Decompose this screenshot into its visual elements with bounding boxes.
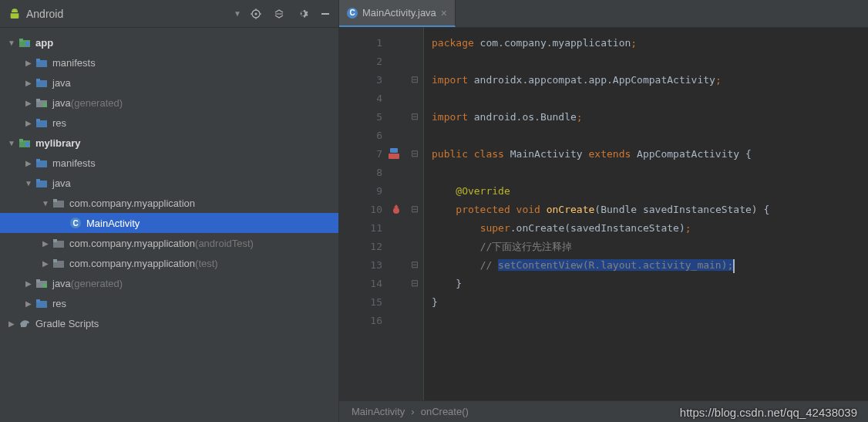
- line-number[interactable]: 7: [339, 145, 382, 164]
- line-number[interactable]: 10: [339, 201, 382, 219]
- code-area: 12345678910111213141516 ⊟ ⊟ ⊟ ⊟ ⊟ ⊟ pack…: [339, 28, 868, 400]
- tree-item-Gradle Scripts[interactable]: ▶Gradle Scripts: [0, 313, 338, 333]
- tab-mainactivity[interactable]: C MainActivity.java ×: [339, 0, 456, 27]
- line-number[interactable]: 5: [339, 108, 382, 127]
- tree-item-label: MainActivity: [86, 218, 140, 229]
- svg-rect-9: [36, 80, 47, 87]
- tree-item-suffix: (generated): [71, 278, 123, 289]
- tree-item-label: Gradle Scripts: [35, 318, 99, 329]
- tree-item-java[interactable]: ▼java: [0, 173, 338, 193]
- line-number[interactable]: 6: [339, 127, 382, 145]
- svg-point-12: [42, 103, 47, 107]
- minimize-icon[interactable]: [318, 7, 332, 21]
- line-number[interactable]: 4: [339, 89, 382, 108]
- fold-icon[interactable]: ⊟: [411, 111, 419, 122]
- expand-arrow-icon[interactable]: ▶: [42, 259, 49, 268]
- line-number[interactable]: 3: [339, 71, 382, 89]
- fold-icon[interactable]: ⊟: [411, 148, 419, 159]
- fold-icon[interactable]: ⊟: [411, 259, 419, 270]
- project-panel-title: Android: [26, 8, 234, 20]
- fold-icon[interactable]: ⊟: [411, 74, 419, 85]
- expand-arrow-icon[interactable]: ▶: [25, 119, 32, 127]
- gear-icon[interactable]: [295, 7, 309, 21]
- tree-item-label: java: [52, 77, 71, 89]
- tree-item-label: manifests: [52, 157, 96, 169]
- tree-item-java[interactable]: ▶java (generated): [0, 273, 338, 293]
- code-content[interactable]: package com.company.myapplication; impor…: [424, 28, 868, 400]
- expand-arrow-icon[interactable]: ▶: [8, 319, 15, 328]
- tree-item-label: res: [52, 298, 66, 309]
- folder-icon: [35, 76, 48, 89]
- tree-item-suffix: (test): [195, 258, 218, 269]
- line-number[interactable]: 13: [339, 256, 382, 275]
- tree-item-java[interactable]: ▶java: [0, 73, 338, 93]
- line-number[interactable]: 1: [339, 34, 382, 52]
- folder-gen-icon: [35, 96, 48, 109]
- tree-item-label: java: [52, 278, 71, 289]
- tree-item-res[interactable]: ▶res: [0, 113, 338, 133]
- tree-item-manifests[interactable]: ▶manifests: [0, 52, 338, 73]
- line-number[interactable]: 9: [339, 182, 382, 201]
- svg-rect-27: [53, 261, 64, 268]
- svg-rect-14: [36, 120, 47, 127]
- tree-item-label: java: [52, 177, 71, 189]
- folder-gen-icon: [35, 277, 48, 289]
- expand-arrow-icon[interactable]: ▼: [25, 179, 32, 187]
- tree-item-res[interactable]: ▶res: [0, 293, 338, 313]
- breadcrumb-class[interactable]: MainActivity: [352, 406, 405, 417]
- panel-actions: [249, 7, 332, 21]
- project-panel: Android ▼ ▼app▶manifests▶java▶java (gene…: [0, 0, 339, 422]
- line-number[interactable]: 8: [339, 164, 382, 182]
- expand-arrow-icon[interactable]: ▶: [25, 299, 32, 308]
- close-icon[interactable]: ×: [441, 7, 447, 19]
- tree-item-label: java: [52, 97, 71, 109]
- svg-rect-19: [36, 160, 47, 167]
- module-icon: [19, 137, 31, 149]
- tree-item-label: com.company.myapplication: [69, 238, 195, 249]
- expand-arrow-icon[interactable]: ▶: [42, 239, 49, 248]
- line-number[interactable]: 15: [339, 293, 382, 312]
- expand-arrow-icon[interactable]: ▶: [25, 279, 32, 288]
- dropdown-icon[interactable]: ▼: [234, 9, 241, 18]
- tree-item-label: com.company.myapplication: [69, 258, 195, 269]
- collapse-icon[interactable]: [272, 7, 286, 21]
- svg-point-30: [42, 283, 47, 288]
- line-number[interactable]: 11: [339, 219, 382, 238]
- tree-item-java[interactable]: ▶java (generated): [0, 93, 338, 113]
- line-number[interactable]: 12: [339, 238, 382, 256]
- tree-item-com-company-myapplication[interactable]: ▼com.company.myapplication: [0, 193, 338, 213]
- expand-arrow-icon[interactable]: ▼: [8, 139, 15, 147]
- expand-arrow-icon[interactable]: ▼: [42, 199, 49, 208]
- tree-item-MainActivity[interactable]: CMainActivity: [0, 213, 338, 233]
- annotation-gutter[interactable]: ⊟ ⊟ ⊟ ⊟ ⊟ ⊟: [387, 28, 424, 400]
- tree-item-manifests[interactable]: ▶manifests: [0, 153, 338, 173]
- folder-icon: [35, 157, 48, 169]
- expand-arrow-icon[interactable]: ▶: [25, 99, 32, 107]
- tree-item-suffix: (generated): [71, 97, 123, 109]
- tree-item-com-company-myapplication[interactable]: ▶com.company.myapplication (test): [0, 253, 338, 273]
- breadcrumb[interactable]: MainActivity › onCreate(): [339, 400, 868, 422]
- class-icon: C: [347, 8, 358, 19]
- target-icon[interactable]: [249, 7, 263, 21]
- tree-item-label: app: [35, 37, 53, 49]
- expand-arrow-icon[interactable]: ▶: [25, 59, 32, 67]
- expand-arrow-icon[interactable]: ▶: [25, 159, 32, 167]
- tree-item-app[interactable]: ▼app: [0, 32, 338, 52]
- breadcrumb-method[interactable]: onCreate(): [421, 406, 469, 417]
- line-number[interactable]: 2: [339, 52, 382, 71]
- svg-rect-5: [25, 42, 29, 46]
- line-number[interactable]: 16: [339, 312, 382, 330]
- expand-arrow-icon[interactable]: ▼: [8, 39, 15, 47]
- module-icon: [19, 36, 31, 49]
- tree-item-mylibrary[interactable]: ▼mylibrary: [0, 133, 338, 153]
- expand-arrow-icon[interactable]: ▶: [25, 79, 32, 87]
- line-number[interactable]: 14: [339, 275, 382, 293]
- tree-item-label: mylibrary: [35, 137, 81, 149]
- tree-item-com-company-myapplication[interactable]: ▶com.company.myapplication (androidTest): [0, 233, 338, 253]
- project-tree[interactable]: ▼app▶manifests▶java▶java (generated)▶res…: [0, 28, 338, 422]
- svg-rect-32: [36, 301, 47, 308]
- fold-icon[interactable]: ⊟: [411, 204, 419, 214]
- editor-pane: C MainActivity.java × 123456789101112131…: [339, 0, 868, 422]
- folder-icon: [35, 177, 48, 189]
- fold-end-icon[interactable]: ⊟: [411, 278, 419, 289]
